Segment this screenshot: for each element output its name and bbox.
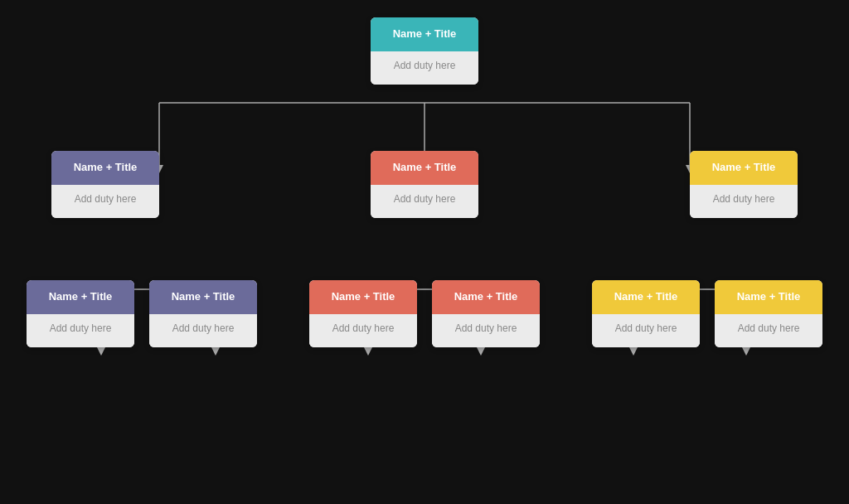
node-l2-1-1-header: Name + Title	[432, 280, 540, 314]
node-l2-0-0-body: Add duty here	[27, 314, 134, 347]
node-l2-0-1-body: Add duty here	[149, 314, 257, 347]
node-l2-2-1-header: Name + Title	[715, 280, 822, 314]
org-chart: Name + Title Add duty here Name + Title …	[10, 7, 839, 497]
node-l1-0-header: Name + Title	[51, 151, 159, 185]
node-l2-1-0[interactable]: Name + Title Add duty here	[309, 280, 417, 347]
level-2-group-right: Name + Title Add duty here Name + Title …	[592, 280, 822, 347]
node-root-body: Add duty here	[371, 51, 478, 85]
level-2-group-center: Name + Title Add duty here Name + Title …	[309, 280, 540, 347]
node-l2-1-0-header: Name + Title	[309, 280, 417, 314]
svg-marker-18	[364, 347, 372, 356]
node-l1-0[interactable]: Name + Title Add duty here	[51, 151, 159, 218]
level-2-group-left: Name + Title Add duty here Name + Title …	[27, 280, 257, 347]
node-l2-0-1[interactable]: Name + Title Add duty here	[149, 280, 257, 347]
node-root[interactable]: Name + Title Add duty here	[371, 17, 478, 85]
level-2-inner: Name + Title Add duty here Name + Title …	[27, 280, 822, 347]
node-l1-2-header: Name + Title	[690, 151, 798, 185]
level-1-row: Name + Title Add duty here Name + Title …	[10, 151, 839, 218]
svg-marker-25	[742, 347, 750, 356]
node-l2-2-1-body: Add duty here	[715, 314, 822, 347]
node-l2-0-1-header: Name + Title	[149, 280, 257, 314]
level-2-row: Name + Title Add duty here Name + Title …	[10, 280, 839, 347]
node-l2-2-0-header: Name + Title	[592, 280, 700, 314]
level-1-inner: Name + Title Add duty here Name + Title …	[51, 151, 798, 218]
svg-marker-12	[97, 347, 105, 356]
node-l2-2-1[interactable]: Name + Title Add duty here	[715, 280, 822, 347]
svg-marker-19	[477, 347, 485, 356]
node-l1-1-body: Add duty here	[371, 185, 478, 218]
svg-marker-13	[211, 347, 220, 356]
node-l2-0-0-header: Name + Title	[27, 280, 134, 314]
node-l2-1-0-body: Add duty here	[309, 314, 417, 347]
node-l2-0-0[interactable]: Name + Title Add duty here	[27, 280, 134, 347]
node-l2-2-0-body: Add duty here	[592, 314, 700, 347]
svg-marker-24	[629, 347, 638, 356]
node-l2-2-0[interactable]: Name + Title Add duty here	[592, 280, 700, 347]
node-l1-1[interactable]: Name + Title Add duty here	[371, 151, 478, 218]
node-root-header: Name + Title	[371, 17, 478, 51]
node-l1-1-header: Name + Title	[371, 151, 478, 185]
node-l1-2[interactable]: Name + Title Add duty here	[690, 151, 798, 218]
node-l1-2-body: Add duty here	[690, 185, 798, 218]
level-0-row: Name + Title Add duty here	[10, 17, 839, 85]
node-l1-0-body: Add duty here	[51, 185, 159, 218]
node-l2-1-1[interactable]: Name + Title Add duty here	[432, 280, 540, 347]
node-l2-1-1-body: Add duty here	[432, 314, 540, 347]
